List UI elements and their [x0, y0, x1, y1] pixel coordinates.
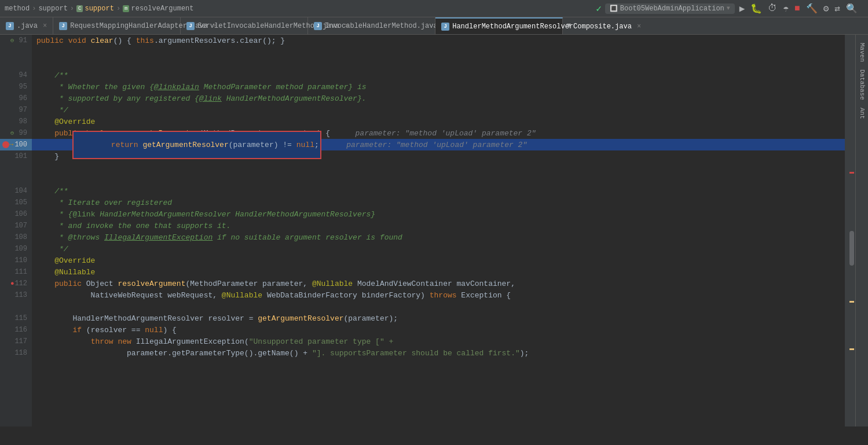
- line-num-95: 95: [0, 81, 32, 93]
- tab-java-1[interactable]: J .java ×: [0, 17, 53, 34]
- breadcrumb-method-icon: m resolveArgument: [123, 5, 193, 13]
- database-panel-label[interactable]: Database: [858, 67, 867, 102]
- tab-servlet[interactable]: J ServletInvocableHandlerMethod.java ×: [181, 17, 308, 34]
- code-line-100: return getArgumentResolver(parameter) !=…: [32, 139, 845, 150]
- breadcrumb-method-name[interactable]: resolveArgument: [131, 5, 193, 13]
- breadcrumb-sep-2: ›: [70, 5, 74, 13]
- breadcrumb-class-name[interactable]: support: [85, 5, 113, 13]
- ant-panel-label[interactable]: Ant: [858, 105, 867, 122]
- run-config-selector[interactable]: 🔳 Boot05WebAdminApplication ▼: [605, 3, 735, 14]
- line-num-91: 91 ⊖: [0, 35, 32, 46]
- line-num-110: 110: [0, 255, 32, 266]
- breadcrumb-support[interactable]: support: [38, 5, 67, 13]
- code-line-115: HandlerMethodArgumentResolver resolver =…: [32, 312, 845, 324]
- tab-label-4: InvocableHandlerMethod.java: [325, 22, 437, 30]
- code-line-105: * Iterate over registered: [32, 197, 845, 208]
- breadcrumb-sep-1: ›: [32, 5, 36, 13]
- debug-arrow-100: →: [9, 141, 13, 149]
- line-num-blank-3: [0, 162, 32, 174]
- main-editor-layout: 91 ⊖ 94 95 96 97 98 99 ⊖ → 100 101 104 1…: [0, 35, 868, 426]
- build-button[interactable]: 🔨: [805, 2, 819, 16]
- line-num-105: 105: [0, 197, 32, 208]
- code-line-blank-1: [32, 46, 845, 58]
- error-marker-1: [849, 172, 854, 174]
- breadcrumb-method[interactable]: method: [5, 5, 30, 13]
- line-num-117: 117: [0, 336, 32, 347]
- line-num-96: 96: [0, 93, 32, 104]
- line-num-113: 113: [0, 289, 32, 301]
- tab-icon-4: J: [314, 22, 322, 30]
- tab-requestmapping[interactable]: J RequestMappingHandlerAdapter.java ×: [53, 17, 181, 34]
- code-line-blank-3: [32, 162, 845, 174]
- breakpoint-100[interactable]: [2, 141, 9, 148]
- debug-hint-100: parameter: "method 'upLoad' parameter 2": [333, 141, 527, 149]
- code-line-116: if (resolver == null) {: [32, 324, 845, 336]
- line-num-blank-4: [0, 174, 32, 185]
- breadcrumb-sep-3: ›: [116, 5, 120, 13]
- toolbar-right: ✓ 🔳 Boot05WebAdminApplication ▼ ▶ 🐛 ⏱ ☂ …: [594, 2, 863, 16]
- line-num-111: 111: [0, 266, 32, 278]
- code-editor[interactable]: public void clear() { this.argumentResol…: [32, 35, 845, 426]
- line-num-109: 109: [0, 243, 32, 255]
- warning-marker-2: [849, 301, 854, 303]
- line-num-blank-5: [0, 301, 32, 312]
- stop-button[interactable]: ■: [793, 2, 801, 15]
- tab-label-5: HandlerMethodArgumentResolverComposite.j…: [452, 23, 632, 31]
- breadcrumb-class-icon: C support: [76, 5, 114, 13]
- code-line-98: @Override: [32, 116, 845, 127]
- code-line-117: throw new IllegalArgumentException("Unsu…: [32, 336, 845, 347]
- code-line-108: * @throws IllegalArgumentException if no…: [32, 231, 845, 243]
- debug-hint-99: parameter: "method 'upLoad' parameter 2": [342, 129, 536, 138]
- code-line-blank-2: [32, 58, 845, 69]
- line-num-118: 118: [0, 347, 32, 359]
- line-num-blank-1: [0, 46, 32, 58]
- line-91: 91: [19, 36, 27, 45]
- settings-button[interactable]: ⚙: [822, 2, 830, 16]
- check-icon: ✓: [596, 3, 602, 14]
- tab-bar: J .java × J RequestMappingHandlerAdapter…: [0, 17, 868, 35]
- scrollbar-thumb[interactable]: [849, 231, 854, 266]
- breadcrumb: method › support › C support › m resolve…: [5, 5, 594, 13]
- tab-close-5[interactable]: ×: [637, 23, 641, 31]
- profile-button[interactable]: ⏱: [767, 2, 778, 15]
- code-line-110: @Override: [32, 255, 845, 266]
- tab-overflow-btn[interactable]: ▼: [563, 17, 574, 34]
- tab-icon-5: J: [441, 23, 449, 31]
- line-num-104: 104: [0, 185, 32, 197]
- coverage-button[interactable]: ☂: [782, 2, 790, 16]
- scrollbar-panel: [845, 35, 855, 426]
- code-line-112: public Object resolveArgument(MethodPara…: [32, 278, 845, 289]
- line-num-107: 107: [0, 220, 32, 231]
- debug-button[interactable]: 🐛: [749, 2, 763, 16]
- search-button[interactable]: 🔍: [845, 2, 859, 16]
- warning-marker-3: [849, 348, 854, 350]
- code-line-blank-5: [32, 301, 845, 312]
- tab-icon-1: J: [6, 22, 14, 30]
- line-num-94: 94: [0, 69, 32, 81]
- code-line-94: /**: [32, 69, 845, 81]
- line-num-blank-2: [0, 58, 32, 69]
- line-num-99: 99 ⊖: [0, 127, 32, 139]
- code-line-111: @Nullable: [32, 266, 845, 278]
- code-line-109: */: [32, 243, 845, 255]
- gutter-icon-99[interactable]: ⊖: [10, 130, 14, 137]
- tab-close-1[interactable]: ×: [43, 22, 47, 30]
- code-line-97: */: [32, 104, 845, 116]
- code-line-113: NativeWebRequest webRequest, @Nullable W…: [32, 289, 845, 301]
- line-num-108: 108: [0, 231, 32, 243]
- side-panel-right: Maven Database Ant: [855, 35, 868, 426]
- line-num-115: 115: [0, 312, 32, 324]
- run-button[interactable]: ▶: [738, 2, 746, 16]
- tab-handler-composite[interactable]: J HandlerMethodArgumentResolverComposite…: [435, 17, 563, 34]
- line-num-100: → 100: [0, 139, 32, 150]
- maven-panel-label[interactable]: Maven: [858, 41, 867, 64]
- run-config-label: Boot05WebAdminApplication: [620, 5, 724, 13]
- line-number-gutter: 91 ⊖ 94 95 96 97 98 99 ⊖ → 100 101 104 1…: [0, 35, 32, 426]
- line-num-116: 116: [0, 324, 32, 336]
- translate-button[interactable]: ⇄: [833, 2, 841, 16]
- code-line-106: * {@link HandlerMethodArgumentResolver H…: [32, 208, 845, 220]
- code-line-96: * supported by any registered {@link Han…: [32, 93, 845, 104]
- tab-invocable[interactable]: J InvocableHandlerMethod.java ×: [308, 17, 435, 34]
- gutter-icon-91[interactable]: ⊖: [10, 37, 14, 44]
- code-line-95: * Whether the given {@linkplain MethodPa…: [32, 81, 845, 93]
